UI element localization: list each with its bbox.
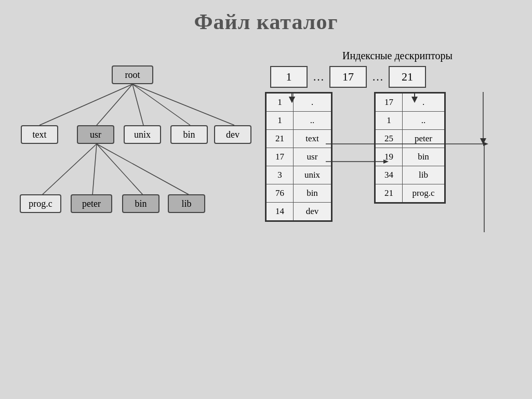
table-row: 17 usr: [267, 148, 331, 166]
inode-ellipsis-2: …: [367, 70, 389, 84]
dir-table-2: 17 . 1 .. 25 peter 19 bin: [374, 92, 446, 204]
node-bin2: bin: [122, 194, 159, 213]
inode-num-21: 21: [389, 66, 426, 88]
right-section: Индексные дескрипторы 1 … 17 … 21: [255, 50, 525, 341]
table-row: 25 peter: [376, 130, 444, 148]
tree-section: root text usr unix bin dev prog.c peter …: [16, 50, 239, 341]
table-row: 1 .: [267, 94, 331, 112]
node-lib: lib: [168, 194, 205, 213]
table-row: 17 .: [376, 94, 444, 112]
inode-numbers-row: 1 … 17 … 21: [270, 66, 525, 88]
svg-line-0: [39, 84, 132, 125]
svg-line-2: [132, 84, 143, 125]
inode-num-17: 17: [329, 66, 367, 88]
svg-line-5: [42, 144, 97, 195]
svg-line-1: [97, 84, 132, 125]
table-row: 34 lib: [376, 166, 444, 184]
node-usr: usr: [77, 125, 114, 144]
inode-label: Индексные дескрипторы: [270, 50, 525, 62]
table-row: 1 ..: [376, 112, 444, 130]
svg-line-8: [97, 144, 190, 195]
svg-line-6: [92, 144, 97, 195]
node-text: text: [21, 125, 58, 144]
node-root: root: [112, 65, 153, 84]
svg-line-7: [97, 144, 143, 195]
table-row: 76 bin: [267, 184, 331, 203]
svg-line-4: [132, 84, 234, 125]
table-row: 1 ..: [267, 112, 331, 130]
svg-line-3: [132, 84, 190, 125]
dir-tables-row: 1 . 1 .. 21 text 17 usr: [265, 92, 525, 222]
node-peter: peter: [71, 194, 112, 213]
inode-num-1: 1: [270, 66, 308, 88]
node-bin: bin: [170, 125, 208, 144]
node-progc: prog.c: [20, 194, 61, 213]
node-dev: dev: [214, 125, 251, 144]
table-row: 14 dev: [267, 203, 331, 220]
table-row: 3 unix: [267, 166, 331, 184]
table-row: 21 prog.c: [376, 184, 444, 202]
node-unix: unix: [124, 125, 161, 144]
page-title: Файл каталог: [0, 0, 532, 39]
inode-ellipsis-1: …: [308, 70, 329, 84]
dir-table-1: 1 . 1 .. 21 text 17 usr: [265, 92, 332, 222]
table-row: 21 text: [267, 130, 331, 148]
table-row: 19 bin: [376, 148, 444, 166]
